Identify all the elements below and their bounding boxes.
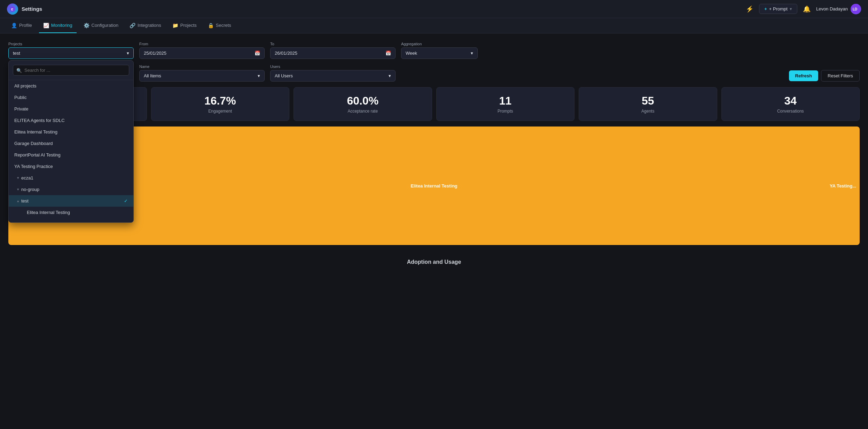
avatar: LD bbox=[851, 4, 861, 14]
prompt-button[interactable]: + + Prompt ▾ bbox=[759, 4, 797, 14]
dropdown-item-elitea-sdlc[interactable]: ELITEA Agents for SDLC bbox=[9, 115, 133, 126]
filter-bar-row2: Name All Items ▾ Users All Users ▾ Refre… bbox=[8, 64, 860, 82]
stat-value-engagement: 16.7% bbox=[158, 94, 282, 107]
stat-card-conversations: 34 Conversations bbox=[721, 87, 860, 121]
dropdown-group-ecza1[interactable]: ▾ ecza1 bbox=[9, 172, 133, 184]
dropdown-search-area: 🔍 bbox=[9, 61, 133, 80]
stats-row: 10108 Tokens out 16.7% Engagement 60.0% … bbox=[8, 87, 860, 121]
user-info: Levon Dadayan LD bbox=[816, 4, 861, 14]
tab-profile[interactable]: 👤 Profile bbox=[7, 18, 36, 33]
dropdown-item-elitea-internal-sub[interactable]: Elitea Internal Testing bbox=[9, 207, 133, 218]
tab-integrations-label: Integrations bbox=[138, 23, 161, 28]
dropdown-item-ya-testing[interactable]: YA Testing Practice bbox=[9, 161, 133, 172]
name-select[interactable]: All Items ▾ bbox=[139, 70, 265, 82]
item-label-elitea-sdlc: ELITEA Agents for SDLC bbox=[14, 118, 65, 123]
reset-filters-button[interactable]: Reset Filters bbox=[821, 70, 860, 82]
caret-ecza1-icon: ▾ bbox=[17, 176, 19, 180]
from-label: From bbox=[139, 42, 265, 46]
tab-monitoring-label: Monitoring bbox=[51, 23, 72, 28]
from-date-input[interactable]: 25/01/2025 📅 bbox=[139, 47, 265, 59]
stat-label-acceptance: Acceptance rate bbox=[301, 109, 425, 114]
tab-profile-label: Profile bbox=[19, 23, 32, 28]
stat-value-agents: 55 bbox=[586, 94, 710, 107]
main-content: Projects test ▾ 🔍 All projects bbox=[0, 33, 868, 276]
project-search-input[interactable] bbox=[13, 65, 129, 76]
monitor-icon: ⚡ bbox=[746, 5, 753, 13]
dropdown-item-reportportal[interactable]: ReportPortal AI Testing bbox=[9, 149, 133, 161]
stat-label-prompts: Prompts bbox=[444, 109, 568, 114]
tab-secrets-label: Secrets bbox=[216, 23, 231, 28]
tab-monitoring[interactable]: 📈 Monitoring bbox=[39, 18, 77, 33]
topbar-right: ⚡ + + Prompt ▾ 🔔 Levon Dadayan LD bbox=[746, 4, 861, 14]
svg-text:E: E bbox=[11, 8, 13, 11]
stat-value-prompts: 11 bbox=[444, 94, 568, 107]
aggregation-select[interactable]: Week ▾ bbox=[401, 47, 478, 59]
caret-test-icon: ▴ bbox=[17, 199, 19, 203]
users-value: All Users bbox=[275, 73, 293, 78]
dropdown-item-garage[interactable]: Garage Dashboard bbox=[9, 138, 133, 149]
refresh-button[interactable]: Refresh bbox=[789, 70, 818, 81]
projects-label: Projects bbox=[8, 42, 134, 46]
dropdown-list: All projects Public Private ELITEA Agent… bbox=[9, 80, 133, 220]
to-date-value: 26/01/2025 bbox=[275, 51, 297, 56]
stat-label-conversations: Conversations bbox=[729, 109, 853, 114]
adoption-section: Adoption and Usage bbox=[8, 251, 860, 268]
item-label-private: Private bbox=[14, 106, 28, 112]
app-title: Settings bbox=[22, 6, 42, 12]
dropdown-item-all[interactable]: All projects bbox=[9, 80, 133, 92]
check-icon: ✓ bbox=[124, 198, 128, 204]
chevron-users-icon: ▾ bbox=[389, 73, 391, 78]
calendar-icon-to: 📅 bbox=[385, 51, 391, 56]
search-icon: 🔍 bbox=[16, 68, 22, 73]
caret-no-group-icon: ▾ bbox=[17, 187, 19, 192]
aggregation-filter-group: Aggregation Week ▾ bbox=[401, 42, 478, 59]
users-select[interactable]: All Users ▾ bbox=[270, 70, 396, 82]
projects-chevron-icon: ▾ bbox=[127, 51, 129, 56]
tab-configuration[interactable]: ⚙️ Configuration bbox=[79, 18, 123, 33]
item-label-garage: Garage Dashboard bbox=[14, 141, 53, 146]
stat-card-engagement: 16.7% Engagement bbox=[151, 87, 290, 121]
stat-card-acceptance: 60.0% Acceptance rate bbox=[294, 87, 432, 121]
secrets-icon: 🔒 bbox=[208, 23, 214, 28]
projects-icon: 📁 bbox=[172, 23, 178, 28]
group-label-no-group: no-group bbox=[21, 187, 39, 192]
filter-buttons: Refresh Reset Filters bbox=[789, 70, 860, 82]
users-label: Users bbox=[270, 64, 396, 69]
projects-selector[interactable]: test ▾ bbox=[8, 47, 134, 59]
dropdown-item-ya-testing-sub[interactable]: YA Testing Practice bbox=[9, 218, 133, 220]
name-value: All Items bbox=[144, 73, 161, 78]
item-label-reportportal: ReportPortal AI Testing bbox=[14, 152, 61, 158]
dropdown-group-test[interactable]: ▴ test ✓ bbox=[9, 195, 133, 207]
stat-label-agents: Agents bbox=[586, 109, 710, 114]
item-label-all: All projects bbox=[14, 83, 37, 89]
item-label-elitea-internal: Elitea Internal Testing bbox=[14, 129, 57, 135]
tab-projects-label: Projects bbox=[180, 23, 197, 28]
aggregation-label: Aggregation bbox=[401, 42, 478, 46]
notification-icon[interactable]: 🔔 bbox=[803, 5, 811, 13]
calendar-icon: 📅 bbox=[255, 51, 260, 56]
configuration-icon: ⚙️ bbox=[84, 23, 89, 28]
item-label-public: Public bbox=[14, 95, 26, 100]
dropdown-item-elitea-internal[interactable]: Elitea Internal Testing bbox=[9, 126, 133, 138]
topbar: E Settings ⚡ + + Prompt ▾ 🔔 Levon Dadaya… bbox=[0, 0, 868, 18]
filter-bar-row1: Projects test ▾ 🔍 All projects bbox=[8, 42, 860, 59]
chevron-aggregation-icon: ▾ bbox=[471, 51, 473, 56]
to-label: To bbox=[270, 42, 396, 46]
dropdown-group-no-group[interactable]: ▾ no-group bbox=[9, 184, 133, 195]
tab-secrets[interactable]: 🔒 Secrets bbox=[204, 18, 235, 33]
to-date-input[interactable]: 26/01/2025 📅 bbox=[270, 47, 396, 59]
stat-label-engagement: Engagement bbox=[158, 109, 282, 114]
dropdown-item-private[interactable]: Private bbox=[9, 103, 133, 115]
stat-value-acceptance: 60.0% bbox=[301, 94, 425, 107]
svg-text:LD: LD bbox=[853, 7, 857, 11]
chart-label-ya: YA Testing... bbox=[830, 183, 856, 189]
dropdown-item-public[interactable]: Public bbox=[9, 92, 133, 103]
tab-projects[interactable]: 📁 Projects bbox=[168, 18, 201, 33]
navtabs: 👤 Profile 📈 Monitoring ⚙️ Configuration … bbox=[0, 18, 868, 33]
plus-icon: + bbox=[764, 6, 767, 12]
chart-area: Elitea Internal Testing YA Testing... bbox=[8, 127, 860, 245]
tab-integrations[interactable]: 🔗 Integrations bbox=[125, 18, 165, 33]
chart-label-elitea: Elitea Internal Testing bbox=[410, 183, 457, 189]
users-filter-group: Users All Users ▾ bbox=[270, 64, 396, 82]
from-filter-group: From 25/01/2025 📅 bbox=[139, 42, 265, 59]
